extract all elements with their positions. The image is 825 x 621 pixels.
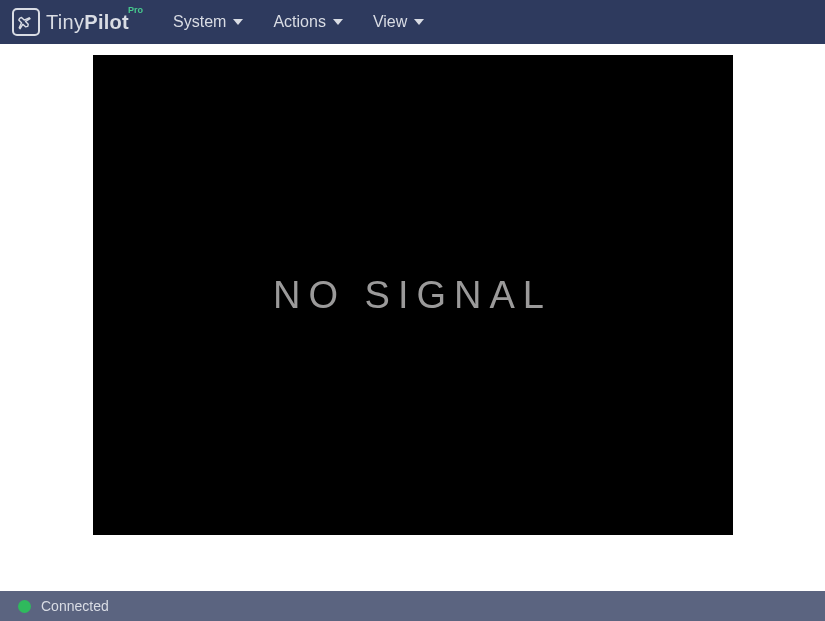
remote-video-frame[interactable]: NO SIGNAL: [93, 55, 733, 535]
no-signal-text: NO SIGNAL: [273, 274, 552, 317]
chevron-down-icon: [333, 19, 343, 25]
brand-logo[interactable]: TinyPilot Pro: [12, 8, 129, 36]
header-bar: TinyPilot Pro System Actions View: [0, 0, 825, 44]
nav-view-label: View: [373, 13, 407, 31]
chevron-down-icon: [414, 19, 424, 25]
status-bar: Connected: [0, 591, 825, 621]
status-indicator-icon: [18, 600, 31, 613]
brand-text: TinyPilot: [46, 11, 129, 34]
nav-system-label: System: [173, 13, 226, 31]
nav-actions[interactable]: Actions: [273, 13, 342, 31]
status-text: Connected: [41, 598, 109, 614]
main-content: NO SIGNAL: [0, 44, 825, 591]
airplane-icon: [12, 8, 40, 36]
nav-actions-label: Actions: [273, 13, 325, 31]
nav-view[interactable]: View: [373, 13, 424, 31]
chevron-down-icon: [233, 19, 243, 25]
pro-badge: Pro: [128, 5, 143, 15]
main-nav: System Actions View: [173, 13, 424, 31]
nav-system[interactable]: System: [173, 13, 243, 31]
